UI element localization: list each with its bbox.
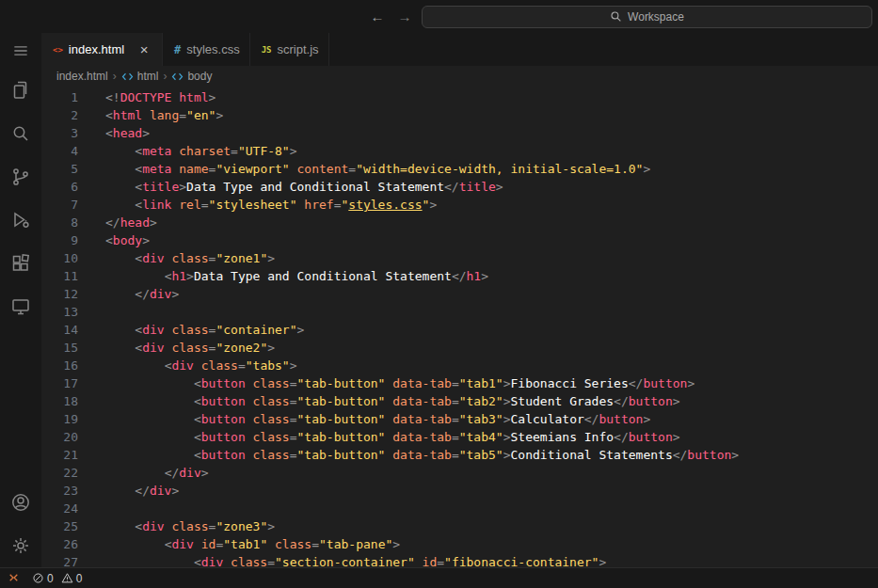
breadcrumb-label: body xyxy=(187,70,212,83)
line-number: 1 xyxy=(41,88,87,106)
account-icon xyxy=(9,491,32,514)
tab-script-js[interactable]: JS script.js xyxy=(250,33,329,66)
activity-bar xyxy=(0,33,41,567)
code-line: <button class="tab-button" data-tab="tab… xyxy=(105,428,878,446)
line-number: 16 xyxy=(41,357,87,374)
tab-label: script.js xyxy=(278,42,319,56)
line-number: 15 xyxy=(41,339,87,357)
line-number: 27 xyxy=(41,553,87,567)
code-line: <body> xyxy=(105,231,878,249)
breadcrumb-html[interactable]: html xyxy=(121,70,159,83)
line-number: 20 xyxy=(41,428,87,446)
code-line: <link rel="stylesheet" href="styles.css"… xyxy=(105,196,878,214)
close-icon[interactable]: × xyxy=(136,41,152,58)
settings-gear-icon xyxy=(9,534,32,557)
breadcrumb-separator: › xyxy=(113,70,117,83)
error-icon xyxy=(32,572,44,584)
menu-icon xyxy=(11,41,30,60)
line-number: 10 xyxy=(41,249,87,267)
line-number: 8 xyxy=(41,214,87,231)
code-line xyxy=(105,303,878,321)
breadcrumb-label: index.html xyxy=(56,70,108,83)
code-line: </div> xyxy=(105,464,878,482)
line-number: 18 xyxy=(41,392,87,410)
line-number: 7 xyxy=(41,196,87,214)
code-line: <h1>Data Type and Conditional Statement<… xyxy=(105,267,878,285)
problems-indicator[interactable]: 0 0 xyxy=(26,568,92,588)
breadcrumb-separator: › xyxy=(163,70,167,83)
code-line: </div> xyxy=(105,285,878,303)
line-number: 23 xyxy=(41,482,87,500)
code-line: <div class="tabs"> xyxy=(105,357,878,374)
editor-tab-strip: <> index.html × # styles.css JS script.j… xyxy=(41,33,878,66)
remote-icon xyxy=(8,572,20,584)
line-number: 9 xyxy=(41,231,87,249)
remote-explorer-icon xyxy=(9,295,32,318)
code-line: <button class="tab-button" data-tab="tab… xyxy=(105,410,878,428)
line-number: 2 xyxy=(41,106,87,124)
line-number: 21 xyxy=(41,446,87,464)
remote-explorer-button[interactable] xyxy=(0,285,41,328)
warning-icon xyxy=(61,572,73,584)
line-number: 22 xyxy=(41,464,87,482)
search-icon xyxy=(610,10,622,23)
error-count: 0 xyxy=(47,572,54,585)
code-line: <button class="tab-button" data-tab="tab… xyxy=(105,446,878,464)
source-control-button[interactable] xyxy=(0,155,41,199)
tab-label: index.html xyxy=(69,42,124,56)
search-button[interactable] xyxy=(0,112,41,155)
code-line: <div class="container"> xyxy=(105,321,878,339)
line-number: 24 xyxy=(41,500,87,517)
line-number: 4 xyxy=(41,142,87,160)
breadcrumb-file[interactable]: index.html xyxy=(56,70,108,83)
code-editor[interactable]: 1234567891011121314151617181920212223242… xyxy=(41,87,878,567)
breadcrumb: index.html › html › body xyxy=(41,66,878,87)
run-debug-button[interactable] xyxy=(0,199,41,242)
extensions-button[interactable] xyxy=(0,242,41,285)
line-number: 3 xyxy=(41,124,87,142)
code-area[interactable]: <!DOCTYPE html><html lang="en"><head> <m… xyxy=(87,87,878,567)
source-control-icon xyxy=(9,166,32,188)
tab-styles-css[interactable]: # styles.css xyxy=(163,33,250,66)
code-line: </head> xyxy=(105,214,878,231)
code-line: </div> xyxy=(105,482,878,500)
line-number: 26 xyxy=(41,535,87,553)
account-button[interactable] xyxy=(0,481,41,524)
remote-indicator[interactable] xyxy=(0,568,26,588)
code-line: <div class="zone3"> xyxy=(105,517,878,535)
tab-label: styles.css xyxy=(186,42,239,56)
line-number: 11 xyxy=(41,267,87,285)
nav-forward-button[interactable]: → xyxy=(394,7,415,27)
explorer-icon xyxy=(9,79,32,102)
nav-back-button[interactable]: ← xyxy=(367,7,388,27)
code-line: <meta name="viewport" content="width=dev… xyxy=(105,160,878,178)
html-file-icon: <> xyxy=(53,45,63,55)
search-icon xyxy=(9,122,32,145)
code-line: <head> xyxy=(105,124,878,142)
code-line: <div class="zone1"> xyxy=(105,249,878,267)
symbol-tag-icon xyxy=(121,71,134,83)
settings-button[interactable] xyxy=(0,524,41,567)
code-line: <title>Data Type and Conditional Stateme… xyxy=(105,178,878,196)
explorer-button[interactable] xyxy=(0,69,41,112)
line-number: 13 xyxy=(41,303,87,321)
js-file-icon: JS xyxy=(262,45,272,55)
command-center-label: Workspace xyxy=(628,10,684,24)
status-bar: 0 0 xyxy=(0,567,878,588)
code-line: <!DOCTYPE html> xyxy=(105,88,878,106)
code-line xyxy=(105,500,878,517)
code-line: <button class="tab-button" data-tab="tab… xyxy=(105,374,878,392)
gutter: 1234567891011121314151617181920212223242… xyxy=(41,87,87,567)
line-number: 5 xyxy=(41,160,87,178)
menu-button[interactable] xyxy=(0,33,41,69)
code-line: <div class="section-container" id="fibon… xyxy=(105,553,878,567)
breadcrumb-body[interactable]: body xyxy=(171,70,212,83)
line-number: 6 xyxy=(41,178,87,196)
command-center-search[interactable]: Workspace xyxy=(422,6,872,28)
line-number: 19 xyxy=(41,410,87,428)
tab-index-html[interactable]: <> index.html × xyxy=(41,33,163,66)
code-line: <meta charset="UTF-8"> xyxy=(105,142,878,160)
extensions-icon xyxy=(9,252,32,275)
code-line: <div id="tab1" class="tab-pane"> xyxy=(105,535,878,553)
code-line: <button class="tab-button" data-tab="tab… xyxy=(105,392,878,410)
